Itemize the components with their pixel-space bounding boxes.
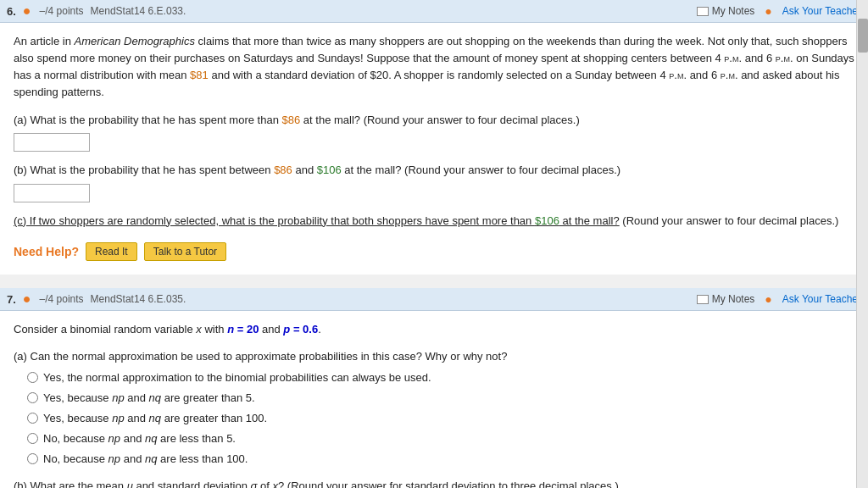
my-notes-label-7: My Notes [712,293,755,305]
talk-to-tutor-button-6[interactable]: Talk to a Tutor [144,242,226,261]
question-6-source: MendStat14 6.E.033. [91,5,186,17]
my-notes-label-6: My Notes [712,5,755,17]
question-6-part-b-text: (b) What is the probability that he has … [14,162,854,179]
scrollbar-thumb[interactable] [858,19,868,53]
need-help-row-6: Need Help? Read It Talk to a Tutor [14,242,854,261]
radio-option-2: Yes, because np and nq are greater than … [27,391,854,406]
answer-input-6b[interactable] [14,184,90,202]
scrollbar-track [856,0,868,488]
radio-option-3: Yes, because np and nq are greater than … [27,411,854,426]
question-7-header: 7. ● –/4 points MendStat14 6.E.035. My N… [0,288,868,311]
question-7: 7. ● –/4 points MendStat14 6.E.035. My N… [0,288,868,488]
read-it-button-6[interactable]: Read It [86,242,137,261]
ask-teacher-link-6[interactable]: Ask Your Teacher [782,5,861,17]
mean-value: $81 [190,69,209,81]
radio-7a-2-label: Yes, because np and nq are greater than … [43,391,255,406]
question-7-source: MendStat14 6.E.035. [91,293,186,305]
notes-icon-6 [697,7,709,16]
need-help-label-6: Need Help? [14,245,79,258]
answer-input-6a[interactable] [14,133,90,152]
radio-7a-4[interactable] [27,433,38,444]
val-86a: $86 [282,114,301,126]
val-106b: $106 [317,164,342,176]
question-6-part-a-text: (a) What is the probability that he has … [14,112,854,129]
radio-7a-2[interactable] [27,392,38,403]
radio-7a-3[interactable] [27,413,38,424]
question-6-points: –/4 points [40,5,84,17]
question-6-header-right: My Notes ● Ask Your Teacher [697,4,861,18]
val-106c: $106 [535,214,559,227]
question-7-points: –/4 points [40,293,84,305]
question-7-part-a-text: (a) Can the normal approximation be used… [14,348,854,365]
radio-7a-1[interactable] [27,372,38,383]
radio-7a-5-label: No, because np and nq are less than 100. [43,452,248,467]
notes-icon-7 [697,295,709,304]
pm-text-4: p.m. [721,69,738,81]
radio-option-1: Yes, the normal approximation to the bin… [27,370,854,385]
orange-dot-6: ● [23,3,31,19]
orange-dot-7: ● [23,291,31,307]
question-7-header-right: My Notes ● Ask Your Teacher [697,292,861,306]
radio-7a-4-label: No, because np and nq are less than 5. [43,431,236,446]
pm-text-1: p.m. [724,52,742,64]
question-7-body: Consider a binomial random variable x wi… [0,311,868,488]
radio-option-5: No, because np and nq are less than 100. [27,452,854,467]
radio-7a-5[interactable] [27,453,38,464]
question-6-header: 6. ● –/4 points MendStat14 6.E.033. My N… [0,0,868,23]
italic-demographics: American Demographics [75,35,195,47]
part-c-underline: (c) If two shoppers are randomly selecte… [14,214,620,227]
radio-7a-3-label: Yes, because np and nq are greater than … [43,411,267,426]
question-6-body: An article in American Demographics clai… [0,23,868,274]
n-value: n = 20 [227,323,259,336]
p-value: p = 0.6 [283,323,318,336]
var-x: x [196,323,202,336]
question-7-intro: Consider a binomial random variable x wi… [14,321,854,338]
dot-separator-6: ● [765,4,771,18]
my-notes-button-6[interactable]: My Notes [697,5,755,17]
question-6-part-c-text: (c) If two shoppers are randomly selecte… [14,213,854,230]
pm-text-2: p.m. [776,52,793,64]
question-7-header-left: 7. ● –/4 points MendStat14 6.E.035. [7,291,186,307]
question-6-number: 6. [7,5,16,18]
pm-text-3: p.m. [669,69,687,81]
my-notes-button-7[interactable]: My Notes [697,293,755,305]
radio-7a-1-label: Yes, the normal approximation to the bin… [43,370,431,385]
question-7-number: 7. [7,293,16,306]
question-6-header-left: 6. ● –/4 points MendStat14 6.E.033. [7,3,186,19]
dot-separator-7: ● [765,292,771,306]
val-86b: $86 [274,164,292,176]
ask-teacher-link-7[interactable]: Ask Your Teacher [782,293,861,305]
radio-option-4: No, because np and nq are less than 5. [27,431,854,446]
radio-group-7a: Yes, the normal approximation to the bin… [27,370,854,468]
question-6: 6. ● –/4 points MendStat14 6.E.033. My N… [0,0,868,274]
question-7-part-b-text: (b) What are the mean μ and standard dev… [14,478,854,488]
question-6-intro: An article in American Demographics clai… [14,33,854,102]
